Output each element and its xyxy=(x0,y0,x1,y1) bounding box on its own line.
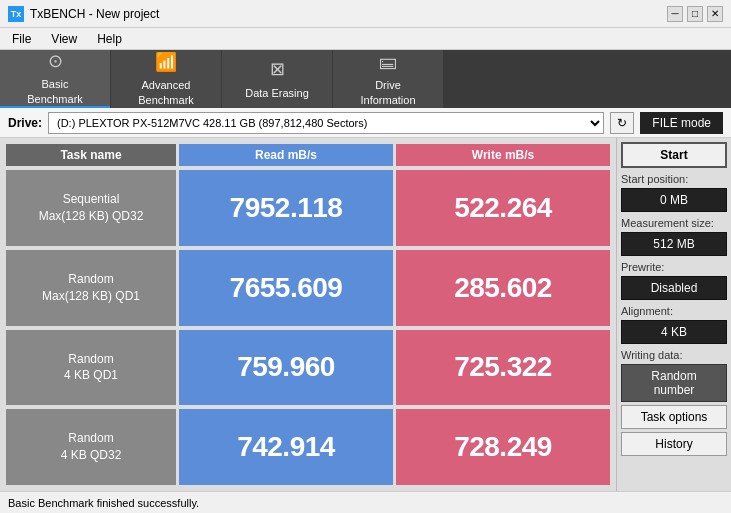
benchmark-area: Task name Read mB/s Write mB/s Sequentia… xyxy=(0,138,616,491)
drive-information-label: DriveInformation xyxy=(360,78,415,107)
right-panel: Start Start position: 0 MB Measurement s… xyxy=(616,138,731,491)
row-read-3: 742.914 xyxy=(179,409,393,485)
title-bar-left: Tx TxBENCH - New project xyxy=(8,6,159,22)
row-name-2: Random4 KB QD1 xyxy=(6,330,176,406)
row-read-0: 7952.118 xyxy=(179,170,393,246)
main-content: Task name Read mB/s Write mB/s Sequentia… xyxy=(0,138,731,491)
drive-select[interactable]: (D:) PLEXTOR PX-512M7VC 428.11 GB (897,8… xyxy=(48,112,604,134)
data-erasing-icon: ⊠ xyxy=(270,58,285,81)
writing-data-label: Writing data: xyxy=(621,349,727,361)
status-bar: Basic Benchmark finished successfully. xyxy=(0,491,731,513)
prewrite-value[interactable]: Disabled xyxy=(621,276,727,300)
prewrite-label: Prewrite: xyxy=(621,261,727,273)
window-title: TxBENCH - New project xyxy=(30,7,159,21)
row-name-0: SequentialMax(128 KB) QD32 xyxy=(6,170,176,246)
app-icon: Tx xyxy=(8,6,24,22)
status-text: Basic Benchmark finished successfully. xyxy=(8,497,199,509)
row-write-3: 728.249 xyxy=(396,409,610,485)
tab-data-erasing[interactable]: ⊠ Data Erasing xyxy=(222,50,332,108)
row-read-1: 7655.609 xyxy=(179,250,393,326)
header-task-name: Task name xyxy=(6,144,176,166)
row-name-1: RandomMax(128 KB) QD1 xyxy=(6,250,176,326)
start-button[interactable]: Start xyxy=(621,142,727,168)
header-read: Read mB/s xyxy=(179,144,393,166)
row-write-0: 522.264 xyxy=(396,170,610,246)
tab-advanced-benchmark[interactable]: 📶 AdvancedBenchmark xyxy=(111,50,221,108)
menu-help[interactable]: Help xyxy=(93,32,126,46)
table-row: RandomMax(128 KB) QD1 7655.609 285.602 xyxy=(6,250,610,326)
drive-refresh-button[interactable]: ↻ xyxy=(610,112,634,134)
toolbar: ⊙ BasicBenchmark 📶 AdvancedBenchmark ⊠ D… xyxy=(0,50,731,108)
measurement-size-value[interactable]: 512 MB xyxy=(621,232,727,256)
drive-label: Drive: xyxy=(8,116,42,130)
start-position-value[interactable]: 0 MB xyxy=(621,188,727,212)
drive-bar: Drive: (D:) PLEXTOR PX-512M7VC 428.11 GB… xyxy=(0,108,731,138)
table-header: Task name Read mB/s Write mB/s xyxy=(6,144,610,166)
table-row: Random4 KB QD32 742.914 728.249 xyxy=(6,409,610,485)
row-name-3: Random4 KB QD32 xyxy=(6,409,176,485)
close-button[interactable]: ✕ xyxy=(707,6,723,22)
basic-benchmark-icon: ⊙ xyxy=(48,50,63,73)
history-button[interactable]: History xyxy=(621,432,727,456)
basic-benchmark-label: BasicBenchmark xyxy=(27,77,83,106)
title-bar: Tx TxBENCH - New project ─ □ ✕ xyxy=(0,0,731,28)
table-row: SequentialMax(128 KB) QD32 7952.118 522.… xyxy=(6,170,610,246)
drive-info-icon: 🖴 xyxy=(379,51,397,74)
advanced-benchmark-label: AdvancedBenchmark xyxy=(138,78,194,107)
row-read-2: 759.960 xyxy=(179,330,393,406)
alignment-value[interactable]: 4 KB xyxy=(621,320,727,344)
title-bar-controls[interactable]: ─ □ ✕ xyxy=(667,6,723,22)
task-options-button[interactable]: Task options xyxy=(621,405,727,429)
minimize-button[interactable]: ─ xyxy=(667,6,683,22)
data-erasing-label: Data Erasing xyxy=(245,86,309,100)
file-mode-button[interactable]: FILE mode xyxy=(640,112,723,134)
measurement-size-label: Measurement size: xyxy=(621,217,727,229)
table-row: Random4 KB QD1 759.960 725.322 xyxy=(6,330,610,406)
menu-bar: File View Help xyxy=(0,28,731,50)
alignment-label: Alignment: xyxy=(621,305,727,317)
writing-data-value[interactable]: Random number xyxy=(621,364,727,402)
start-position-label: Start position: xyxy=(621,173,727,185)
tab-drive-information[interactable]: 🖴 DriveInformation xyxy=(333,50,443,108)
maximize-button[interactable]: □ xyxy=(687,6,703,22)
header-write: Write mB/s xyxy=(396,144,610,166)
tab-basic-benchmark[interactable]: ⊙ BasicBenchmark xyxy=(0,50,110,108)
menu-file[interactable]: File xyxy=(8,32,35,46)
advanced-benchmark-icon: 📶 xyxy=(155,51,177,74)
row-write-1: 285.602 xyxy=(396,250,610,326)
menu-view[interactable]: View xyxy=(47,32,81,46)
row-write-2: 725.322 xyxy=(396,330,610,406)
